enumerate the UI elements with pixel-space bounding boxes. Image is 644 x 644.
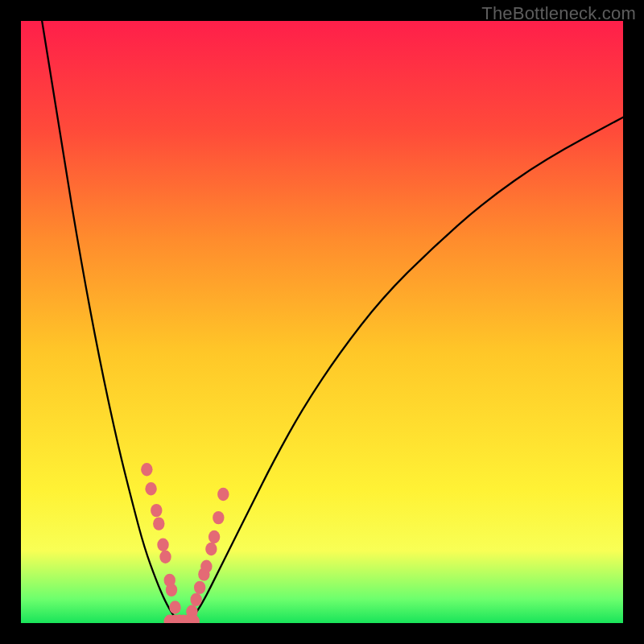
chart-svg [21, 21, 623, 623]
right-curve [188, 118, 623, 623]
data-dot [159, 551, 171, 564]
data-dot [141, 463, 152, 476]
data-dot [213, 511, 224, 524]
data-dot [217, 488, 229, 501]
data-dot [194, 581, 205, 594]
watermark-text: TheBottleneck.com [481, 3, 636, 24]
chart-frame: TheBottleneck.com [0, 0, 644, 644]
data-dot [157, 539, 168, 551]
data-dot [166, 584, 177, 597]
data-dot [169, 601, 180, 613]
data-dot [151, 504, 162, 517]
data-dot [205, 543, 217, 555]
data-dot [145, 482, 156, 495]
data-dot [153, 517, 164, 530]
plot-area [21, 21, 623, 623]
left-curve [42, 21, 180, 623]
data-dot [200, 559, 212, 572]
data-dot [190, 593, 201, 606]
data-dot [208, 530, 220, 543]
